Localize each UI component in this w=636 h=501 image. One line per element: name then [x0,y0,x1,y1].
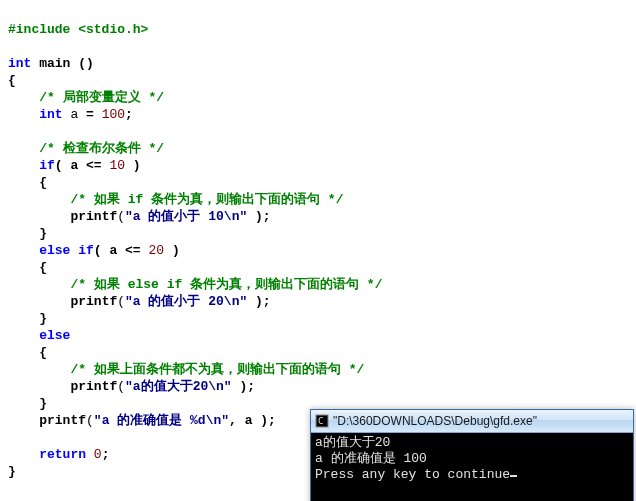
console-titlebar[interactable]: C "D:\360DOWNLOADS\Debug\gfd.exe" [311,410,633,433]
cursor-icon [510,475,517,477]
console-output: a的值大于20 a 的准确值是 100 Press any key to con… [311,433,633,485]
comment-if: /* 如果 if 条件为真，则输出下面的语句 */ [70,192,343,207]
svg-text:C: C [318,416,323,426]
brace: { [8,73,16,88]
console-title: "D:\360DOWNLOADS\Debug\gfd.exe" [333,414,537,428]
comment-bool: /* 检查布尔条件 */ [39,141,164,156]
preprocessor-line: #include <stdio.h> [8,22,148,37]
comment-vardef: /* 局部变量定义 */ [39,90,164,105]
console-window[interactable]: C "D:\360DOWNLOADS\Debug\gfd.exe" a的值大于2… [310,409,634,501]
comment-else: /* 如果上面条件都不为真，则输出下面的语句 */ [70,362,364,377]
console-icon: C [315,414,329,428]
kw-int: int [8,56,31,71]
main-decl: main () [39,56,94,71]
comment-elseif: /* 如果 else if 条件为真，则输出下面的语句 */ [70,277,382,292]
